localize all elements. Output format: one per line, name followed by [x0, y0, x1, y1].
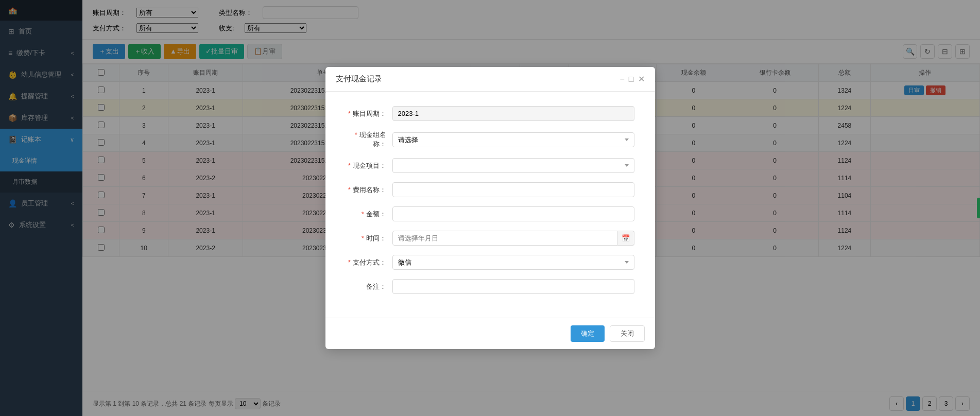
calendar-icon[interactable]: 📅 — [617, 231, 634, 246]
payment-method-field-label: 支付方式： — [346, 258, 392, 267]
form-row-remark: 备注： — [346, 279, 634, 294]
modal-body: 账目周期： 现金组名称： 请选择 现金项目： 费用名称： — [325, 92, 655, 318]
modal-close-button[interactable]: ✕ — [638, 74, 645, 84]
expense-name-field-label: 费用名称： — [346, 185, 392, 195]
form-row-expense-name: 费用名称： — [346, 182, 634, 197]
cash-item-field-label: 现金项目： — [346, 161, 392, 170]
modal-footer: 确定 关闭 — [325, 318, 655, 349]
modal-maximize-button[interactable]: □ — [629, 75, 634, 84]
amount-field-label: 金额： — [346, 210, 392, 219]
form-row-time: 时间： 📅 — [346, 231, 634, 246]
modal-dialog: 支付现金记录 − □ ✕ 账目周期： 现金组名称： 请选择 现金 — [325, 67, 655, 349]
time-input[interactable] — [392, 231, 617, 246]
modal-minimize-button[interactable]: − — [620, 75, 624, 84]
time-field-label: 时间： — [346, 234, 392, 243]
cash-group-select[interactable]: 请选择 — [392, 132, 634, 147]
account-period-field-label: 账目周期： — [346, 109, 392, 118]
form-row-payment-method: 支付方式： 微信 支付宝 现金 银行卡 — [346, 255, 634, 270]
modal-confirm-button[interactable]: 确定 — [571, 325, 605, 342]
modal-header: 支付现金记录 − □ ✕ — [325, 67, 655, 92]
payment-method-field-select[interactable]: 微信 支付宝 现金 银行卡 — [392, 255, 634, 270]
cash-group-field-label: 现金组名称： — [346, 130, 392, 149]
expense-name-input[interactable] — [392, 182, 634, 197]
time-field-wrapper: 📅 — [392, 231, 634, 246]
form-row-amount: 金额： — [346, 206, 634, 221]
form-row-cash-item: 现金项目： — [346, 158, 634, 173]
modal-title: 支付现金记录 — [336, 74, 382, 84]
amount-input[interactable] — [392, 206, 634, 221]
form-row-account-period: 账目周期： — [346, 106, 634, 121]
remark-field-label: 备注： — [346, 282, 392, 291]
modal-cancel-button[interactable]: 关闭 — [610, 325, 645, 342]
modal-overlay: 支付现金记录 − □ ✕ 账目周期： 现金组名称： 请选择 现金 — [0, 0, 980, 416]
account-period-field — [392, 106, 634, 121]
cash-item-select[interactable] — [392, 158, 634, 173]
modal-header-icons: − □ ✕ — [620, 74, 644, 84]
form-row-cash-group: 现金组名称： 请选择 — [346, 130, 634, 149]
remark-input[interactable] — [392, 279, 634, 294]
